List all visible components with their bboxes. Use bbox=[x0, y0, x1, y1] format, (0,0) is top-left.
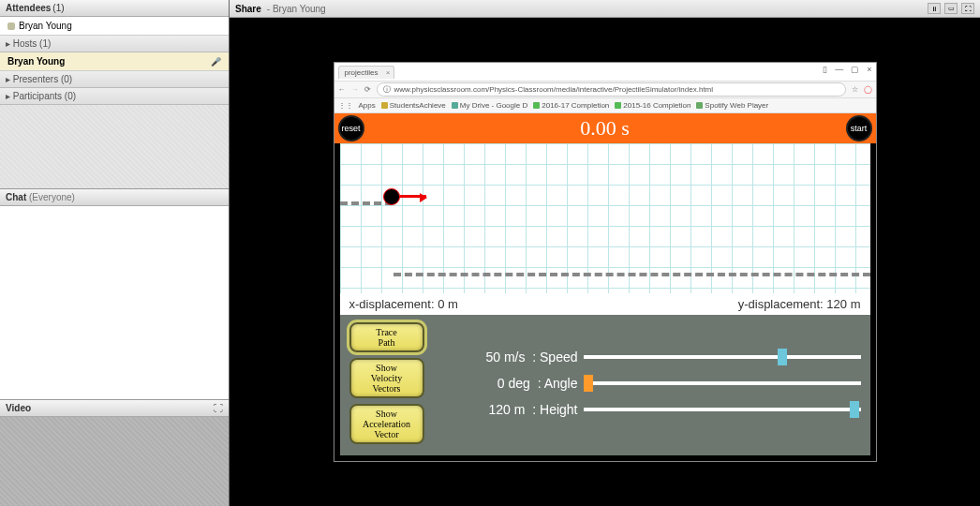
xdisp-value: 0 m bbox=[438, 297, 458, 311]
bookmark-item[interactable]: My Drive - Google D bbox=[452, 101, 527, 110]
share-owner: - Bryan Young bbox=[267, 4, 326, 14]
video-label: Video bbox=[6, 403, 31, 413]
browser-window: projectiles × ▯ — ▢ × ← → ⟳ ⓘ www.physic… bbox=[334, 62, 877, 462]
speed-value: 50 m/s bbox=[485, 350, 525, 365]
show-velocity-button[interactable]: Show Velocity Vectors bbox=[349, 358, 424, 398]
tab-title: projectiles bbox=[345, 68, 379, 77]
attendee-name: Bryan Young bbox=[19, 21, 72, 31]
attendees-label: Attendees bbox=[6, 3, 51, 13]
chat-scope: (Everyone) bbox=[29, 192, 75, 202]
close-icon[interactable]: × bbox=[867, 65, 871, 74]
profile-icon[interactable]: ▯ bbox=[823, 65, 827, 74]
chat-label: Chat bbox=[6, 192, 26, 202]
speed-slider-row: 50 m/s : Speed bbox=[438, 350, 861, 365]
video-header[interactable]: Video ⛶ bbox=[0, 400, 229, 417]
chat-body[interactable] bbox=[0, 206, 229, 400]
bookmark-item[interactable]: Apps bbox=[359, 101, 376, 110]
angle-name: Angle bbox=[544, 376, 578, 391]
fullscreen-icon[interactable]: ⛶ bbox=[961, 3, 974, 14]
share-label: Share bbox=[235, 4, 261, 14]
ydisp-value: 120 m bbox=[826, 297, 860, 311]
expand-icon[interactable]: ⛶ bbox=[214, 403, 223, 413]
maximize-icon[interactable]: ▢ bbox=[851, 65, 859, 74]
show-accel-button[interactable]: Show Acceleration Vector bbox=[349, 404, 424, 444]
pause-icon[interactable]: ⏸ bbox=[928, 3, 941, 14]
xdisp-label: x-displacement: bbox=[349, 297, 435, 311]
back-icon[interactable]: ← bbox=[338, 85, 346, 94]
projectile-ball bbox=[383, 188, 400, 205]
window-icon[interactable]: ▭ bbox=[944, 3, 958, 14]
speed-thumb[interactable] bbox=[778, 349, 787, 365]
spotify-icon bbox=[696, 102, 703, 109]
info-icon[interactable]: ⓘ bbox=[383, 84, 391, 95]
minimize-icon[interactable]: — bbox=[835, 65, 843, 74]
angle-thumb[interactable] bbox=[584, 375, 593, 392]
ground-line bbox=[393, 273, 870, 276]
url-text: www.physicsclassroom.com/Physics-Classro… bbox=[394, 85, 714, 94]
host-name: Bryan Young bbox=[7, 56, 65, 67]
browser-titlebar: projectiles × ▯ — ▢ × bbox=[334, 63, 876, 82]
doc-icon bbox=[615, 102, 621, 109]
attendee-row[interactable]: Bryan Young bbox=[0, 17, 229, 36]
close-tab-icon[interactable]: × bbox=[386, 68, 391, 77]
attendees-header[interactable]: Attendees (1) bbox=[0, 0, 229, 17]
participants-header[interactable]: ▸ Participants (0) bbox=[0, 88, 229, 105]
bookmarks-bar: ⋮⋮ Apps StudentsAchieve My Drive - Googl… bbox=[334, 98, 876, 113]
trace-path-button[interactable]: Trace Path bbox=[349, 322, 424, 352]
reset-button[interactable]: reset bbox=[338, 115, 364, 141]
main-area: Share - Bryan Young ⏸ ▭ ⛶ projectiles × … bbox=[230, 0, 980, 506]
mic-icon[interactable]: 🎤 bbox=[211, 57, 221, 67]
url-input[interactable]: ⓘ www.physicsclassroom.com/Physics-Class… bbox=[377, 82, 846, 97]
ydisp-label: y-displacement: bbox=[738, 297, 824, 311]
doc-icon bbox=[533, 102, 540, 109]
angle-slider-row: 0 deg : Angle bbox=[438, 376, 861, 391]
height-name: Height bbox=[540, 402, 577, 417]
sidebar: Attendees (1) Bryan Young ▸ Hosts (1) Br… bbox=[0, 0, 230, 506]
reload-icon[interactable]: ⟳ bbox=[364, 85, 371, 94]
host-row[interactable]: Bryan Young 🎤 bbox=[0, 52, 229, 71]
avatar-icon bbox=[7, 22, 15, 30]
height-thumb[interactable] bbox=[850, 401, 859, 418]
sim-controls: Trace Path Show Velocity Vectors Show Ac… bbox=[334, 315, 876, 461]
attendees-count: (1) bbox=[52, 3, 64, 13]
share-bar: Share - Bryan Young ⏸ ▭ ⛶ bbox=[230, 0, 980, 18]
forward-icon[interactable]: → bbox=[351, 85, 359, 94]
speed-name: Speed bbox=[540, 350, 577, 365]
sim-canvas[interactable] bbox=[334, 143, 876, 293]
height-slider-row: 120 m : Height bbox=[438, 402, 861, 417]
speed-slider[interactable] bbox=[584, 355, 861, 359]
bookmark-item[interactable]: 2015-16 Completion bbox=[615, 101, 690, 110]
drive-icon bbox=[452, 102, 458, 109]
opera-icon[interactable]: ◯ bbox=[864, 85, 872, 94]
star-icon[interactable]: ☆ bbox=[852, 85, 858, 94]
bookmark-item[interactable]: Spotify Web Player bbox=[696, 101, 768, 110]
share-stage: projectiles × ▯ — ▢ × ← → ⟳ ⓘ www.physic… bbox=[230, 18, 980, 506]
presenters-header[interactable]: ▸ Presenters (0) bbox=[0, 71, 229, 88]
share-window-controls: ⏸ ▭ ⛶ bbox=[928, 3, 974, 14]
attendees-empty-area bbox=[0, 105, 229, 189]
simulator: reset 0.00 s start x-displacement: 0 m y… bbox=[334, 113, 876, 461]
chat-header[interactable]: Chat (Everyone) bbox=[0, 189, 229, 206]
bookmark-item[interactable]: 2016-17 Completion bbox=[533, 101, 609, 110]
angle-value: 0 deg bbox=[497, 376, 530, 391]
sim-header: reset 0.00 s start bbox=[334, 113, 876, 143]
address-bar: ← → ⟳ ⓘ www.physicsclassroom.com/Physics… bbox=[334, 82, 876, 98]
height-value: 120 m bbox=[489, 402, 526, 417]
doc-icon bbox=[381, 102, 388, 109]
browser-tab[interactable]: projectiles × bbox=[338, 66, 394, 79]
height-slider[interactable] bbox=[584, 408, 861, 411]
apps-icon[interactable]: ⋮⋮ bbox=[338, 101, 353, 110]
sim-timer: 0.00 s bbox=[580, 116, 630, 141]
hosts-header[interactable]: ▸ Hosts (1) bbox=[0, 36, 229, 52]
bookmark-item[interactable]: StudentsAchieve bbox=[381, 101, 446, 110]
displacement-row: x-displacement: 0 m y-displacement: 120 … bbox=[334, 293, 876, 315]
video-body bbox=[0, 417, 229, 506]
start-button[interactable]: start bbox=[846, 115, 872, 141]
velocity-arrow-icon bbox=[400, 195, 426, 198]
angle-slider[interactable] bbox=[584, 381, 861, 385]
